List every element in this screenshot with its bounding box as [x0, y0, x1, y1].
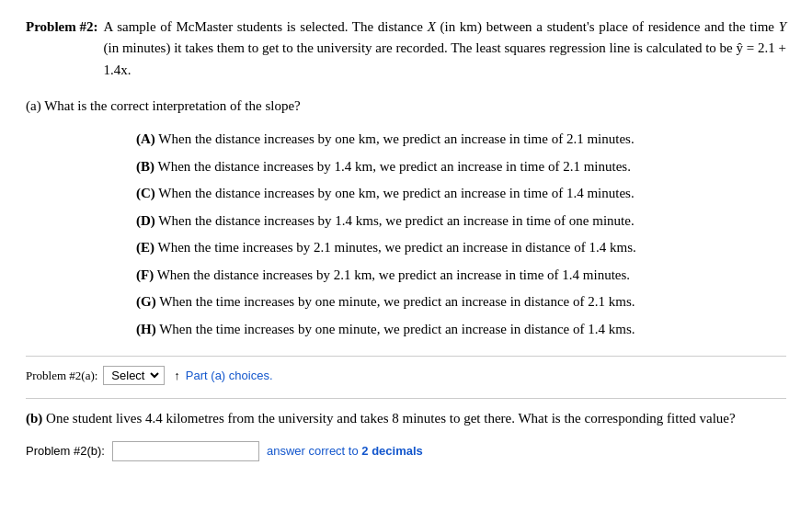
part-a-question: (a) What is the correct interpretation o…	[26, 96, 786, 117]
part-b-answer-row: Problem #2(b): answer correct to 2 decim…	[26, 441, 786, 461]
part-b-input[interactable]	[112, 441, 259, 461]
choice-letter-f: (F)	[136, 267, 154, 282]
up-arrow-icon: ↑	[174, 369, 180, 383]
list-item: (E) When the time increases by 2.1 minut…	[136, 237, 786, 258]
hint-text: answer correct to	[267, 444, 361, 458]
choice-letter-d: (D)	[136, 213, 155, 228]
list-item: (C) When the distance increases by one k…	[136, 183, 786, 204]
divider-2	[26, 398, 786, 399]
choice-letter-a: (A)	[136, 131, 155, 146]
choice-text-a: When the distance increases by one km, w…	[158, 131, 634, 146]
part-a-question-text: (a) What is the correct interpretation o…	[26, 98, 301, 113]
part-a-choices-link[interactable]: Part (a) choices.	[186, 369, 273, 382]
choice-letter-h: (H)	[136, 322, 156, 336]
problem-description: A sample of McMaster students is selecte…	[103, 17, 786, 81]
choice-text-h: When the time increases by one minute, w…	[159, 322, 635, 336]
part-a-answer-label: Problem #2(a):	[26, 369, 97, 383]
part-b-answer-label: Problem #2(b):	[26, 444, 105, 458]
divider	[26, 356, 786, 357]
choice-text-e: When the time increases by 2.1 minutes, …	[157, 240, 635, 255]
part-b-question-text: One student lives 4.4 kilometres from th…	[46, 411, 736, 426]
choices-list: (A) When the distance increases by one k…	[136, 129, 786, 339]
part-a-select[interactable]: Select A B C D E F G H	[106, 368, 162, 383]
list-item: (G) When the time increases by one minut…	[136, 291, 786, 312]
choice-text-b: When the distance increases by 1.4 km, w…	[157, 159, 630, 174]
choice-letter-e: (E)	[136, 240, 154, 255]
choice-letter-c: (C)	[136, 186, 155, 200]
decimals-hint: answer correct to 2 decimals	[267, 444, 423, 458]
choice-letter-g: (G)	[136, 294, 156, 309]
list-item: (H) When the time increases by one minut…	[136, 319, 786, 340]
select-wrapper[interactable]: Select A B C D E F G H	[103, 366, 165, 385]
choice-text-f: When the distance increases by 2.1 km, w…	[157, 267, 630, 282]
part-b-bold: (b)	[26, 411, 42, 426]
choice-text-d: When the distance increases by 1.4 kms, …	[158, 213, 634, 228]
problem-number: Problem #2:	[26, 17, 97, 81]
part-b-section: (b) One student lives 4.4 kilometres fro…	[26, 408, 786, 460]
hint-bold: 2 decimals	[361, 444, 423, 458]
part-a-answer-row: Problem #2(a): Select A B C D E F G H ↑ …	[26, 366, 786, 385]
part-b-question: (b) One student lives 4.4 kilometres fro…	[26, 408, 786, 429]
choice-text-c: When the distance increases by one km, w…	[158, 186, 634, 200]
list-item: (F) When the distance increases by 2.1 k…	[136, 265, 786, 286]
list-item: (B) When the distance increases by 1.4 k…	[136, 156, 786, 177]
choice-letter-b: (B)	[136, 159, 154, 174]
choice-text-g: When the time increases by one minute, w…	[159, 294, 635, 309]
problem-header: Problem #2: A sample of McMaster student…	[26, 17, 786, 81]
list-item: (D) When the distance increases by 1.4 k…	[136, 210, 786, 232]
list-item: (A) When the distance increases by one k…	[136, 129, 786, 150]
